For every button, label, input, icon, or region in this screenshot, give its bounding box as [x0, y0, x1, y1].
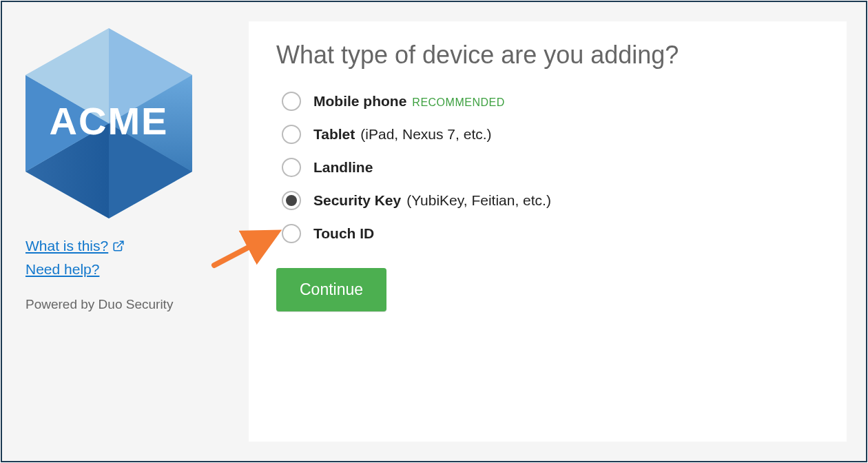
page-heading: What type of device are you adding?	[276, 41, 819, 70]
what-is-this-link[interactable]: What is this?	[25, 238, 125, 254]
option-label: Mobile phone RECOMMENDED	[313, 93, 505, 110]
recommended-badge: RECOMMENDED	[412, 96, 504, 109]
acme-logo: ACME	[21, 25, 196, 221]
option-label: Tablet (iPad, Nexus 7, etc.)	[313, 126, 492, 143]
radio-icon	[282, 92, 301, 111]
option-label: Touch ID	[313, 225, 374, 242]
option-tablet[interactable]: Tablet (iPad, Nexus 7, etc.)	[282, 125, 819, 144]
option-mobile-phone[interactable]: Mobile phone RECOMMENDED	[282, 92, 819, 111]
hexagon-icon: ACME	[21, 25, 196, 221]
powered-by-text: Powered by Duo Security	[21, 297, 221, 312]
main-panel: What type of device are you adding? Mobi…	[249, 21, 847, 442]
svg-text:ACME: ACME	[50, 99, 169, 143]
radio-icon	[282, 158, 301, 177]
option-landline[interactable]: Landline	[282, 158, 819, 177]
option-touch-id[interactable]: Touch ID	[282, 224, 819, 243]
option-label: Landline	[313, 159, 373, 176]
radio-icon	[282, 125, 301, 144]
link-label: What is this?	[25, 238, 108, 254]
enrollment-frame: ACME What is this? Need help?	[1, 1, 867, 462]
need-help-link[interactable]: Need help?	[25, 261, 99, 278]
external-link-icon	[112, 240, 125, 252]
sidebar-links: What is this? Need help?	[21, 238, 221, 278]
continue-button[interactable]: Continue	[276, 268, 386, 311]
option-security-key[interactable]: Security Key (YubiKey, Feitian, etc.)	[282, 191, 819, 210]
option-label: Security Key (YubiKey, Feitian, etc.)	[313, 192, 551, 209]
layout-container: ACME What is this? Need help?	[21, 21, 847, 442]
sidebar: ACME What is this? Need help?	[21, 21, 221, 442]
svg-line-8	[118, 241, 123, 247]
device-type-options: Mobile phone RECOMMENDED Tablet (iPad, N…	[276, 92, 819, 243]
radio-icon	[282, 191, 301, 210]
radio-icon	[282, 224, 301, 243]
link-label: Need help?	[25, 261, 99, 278]
